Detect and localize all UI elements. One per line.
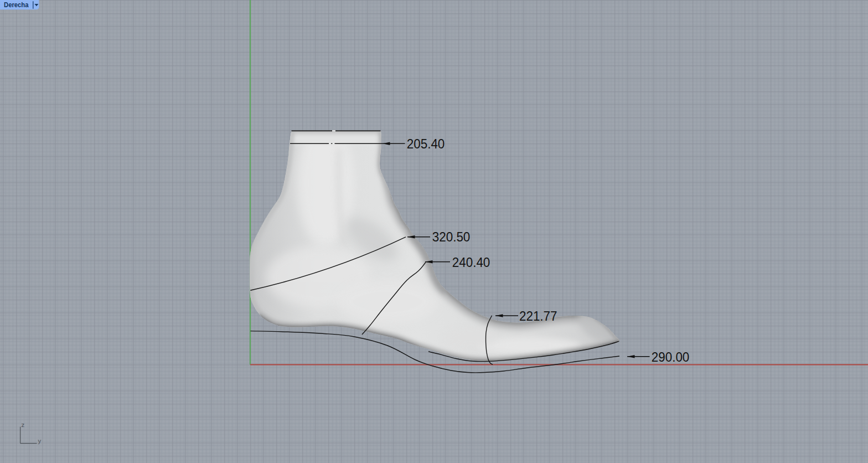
svg-text:z: z	[22, 421, 25, 428]
svg-text:240.40: 240.40	[452, 255, 490, 270]
svg-text:221.77: 221.77	[519, 308, 557, 323]
svg-text:290.00: 290.00	[652, 349, 690, 364]
svg-text:Derecha: Derecha	[4, 1, 29, 9]
svg-text:205.40: 205.40	[407, 136, 445, 151]
svg-text:320.50: 320.50	[432, 229, 471, 244]
svg-text:y: y	[38, 438, 42, 444]
